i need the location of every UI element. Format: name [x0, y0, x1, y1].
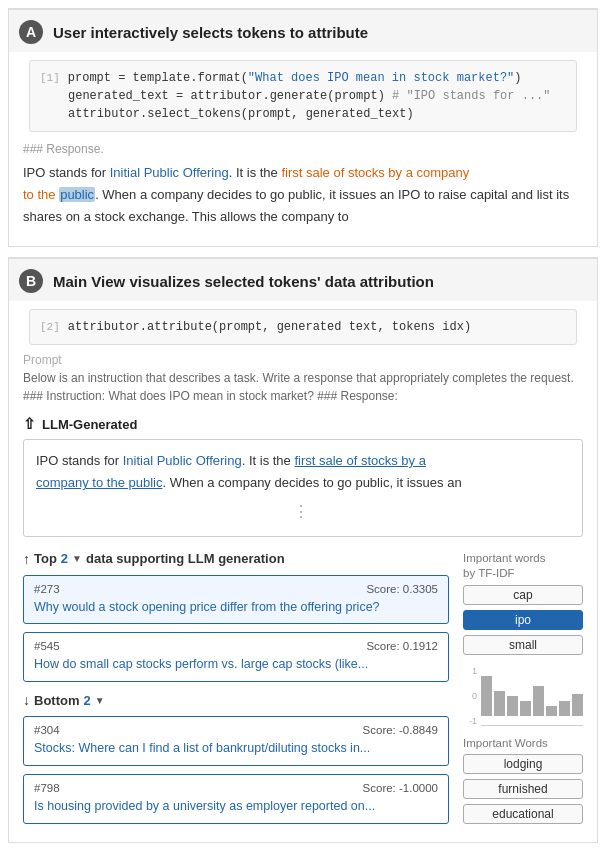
card-304-id: #304 [34, 724, 60, 736]
top-header: ↑ Top 2 ▼ data supporting LLM generation [23, 551, 449, 567]
bar-1 [481, 676, 492, 716]
code-line1-pre: prompt = template.format( [68, 71, 248, 85]
card-304-text: Stocks: Where can I find a list of bankr… [34, 739, 438, 758]
gen-mid1: . It is the [229, 165, 282, 180]
card-273-id: #273 [34, 583, 60, 595]
code-block-1: [1]prompt = template.format("What does I… [29, 60, 577, 132]
data-card-304[interactable]: #304 Score: -0.8849 Stocks: Where can I … [23, 716, 449, 766]
bottom-header: ↓ Bottom 2 ▼ [23, 692, 449, 708]
bar-chart-labels: 1 0 -1 [463, 666, 477, 726]
part-b-content: Prompt Below is an instruction that desc… [9, 345, 597, 841]
gen-link1[interactable]: Initial Public Offering [110, 165, 229, 180]
code-b-text: attributor.attribute(prompt, generated t… [68, 320, 471, 334]
bar-6 [546, 706, 557, 716]
bar-5 [533, 686, 544, 716]
bar-chart-bars [481, 666, 583, 716]
code-line2-pre: generated_text = attributor.generate(pro… [68, 89, 392, 103]
ellipsis: ⋮ [36, 498, 570, 525]
data-card-273-header: #273 Score: 0.3305 [34, 583, 438, 595]
prompt-text: Below is an instruction that describes a… [23, 369, 583, 405]
bottom-dropdown-icon[interactable]: ▼ [95, 695, 105, 706]
top-arrow-icon: ↑ [23, 551, 30, 567]
gen-b-before: IPO stands for [36, 453, 123, 468]
gen-b-mid1: . It is the [242, 453, 295, 468]
data-card-273[interactable]: #273 Score: 0.3305 Why would a stock ope… [23, 575, 449, 625]
generated-text-a: IPO stands for Initial Public Offering. … [23, 162, 583, 228]
line-num-2: [2] [40, 321, 60, 333]
data-card-798[interactable]: #798 Score: -1.0000 Is housing provided … [23, 774, 449, 824]
section-b: B Main View visualizes selected tokens' … [8, 257, 598, 842]
section-b-letter: B [19, 269, 43, 293]
data-card-545[interactable]: #545 Score: 0.1912 How do small cap stoc… [23, 632, 449, 682]
response-label: ### Response. [23, 142, 583, 156]
tag-furnished[interactable]: furnished [463, 779, 583, 799]
bottom-num: 2 [84, 693, 91, 708]
bottom-label: Bottom [34, 693, 80, 708]
tag-cap[interactable]: cap [463, 585, 583, 605]
card-273-text: Why would a stock opening price differ f… [34, 598, 438, 617]
card-545-text: How do small cap stocks perform vs. larg… [34, 655, 438, 674]
bar-8 [572, 694, 583, 716]
code-block-2: [2]attributor.attribute(prompt, generate… [29, 309, 577, 345]
card-798-id: #798 [34, 782, 60, 794]
section-a: A User interactively selects tokens to a… [8, 8, 598, 247]
attribution-row: ↑ Top 2 ▼ data supporting LLM generation… [23, 551, 583, 832]
card-304-score: Score: -0.8849 [363, 724, 438, 736]
code-line3: attributor.select_tokens(prompt, generat… [68, 107, 414, 121]
llm-generated-header: ⇧ LLM-Generated [23, 415, 583, 433]
bar-4 [520, 701, 531, 716]
top-dropdown-icon[interactable]: ▼ [72, 553, 82, 564]
data-card-304-header: #304 Score: -0.8849 [34, 724, 438, 736]
attribution-left: ↑ Top 2 ▼ data supporting LLM generation… [23, 551, 449, 832]
gen-b-underline2: company to the public [36, 475, 162, 490]
data-card-545-header: #545 Score: 0.1912 [34, 640, 438, 652]
generated-box: IPO stands for Initial Public Offering. … [23, 439, 583, 536]
code-line1-str: "What does IPO mean in stock market?" [248, 71, 514, 85]
code-line2-comment: # "IPO stands for ..." [392, 89, 550, 103]
bar-2 [494, 691, 505, 716]
gen-orange2: to the [23, 187, 56, 202]
line-num-1: [1] [40, 72, 60, 84]
card-798-text: Is housing provided by a university as e… [34, 797, 438, 816]
bar-zero-line [481, 725, 583, 726]
bar-7 [559, 701, 570, 716]
bar-3 [507, 696, 518, 716]
gen-b-after: . When a company decides to go public, i… [162, 475, 461, 490]
card-545-id: #545 [34, 640, 60, 652]
gen-b-link1[interactable]: Initial Public Offering [123, 453, 242, 468]
tag-small[interactable]: small [463, 635, 583, 655]
gen-highlighted[interactable]: public [59, 187, 95, 202]
sidebar-bottom-title: Important Words [463, 736, 583, 751]
bar-chart-area [481, 666, 583, 726]
card-545-score: Score: 0.1912 [366, 640, 438, 652]
card-798-score: Score: -1.0000 [363, 782, 438, 794]
section-a-header: A User interactively selects tokens to a… [9, 9, 597, 52]
gen-b-underline1: first sale of stocks by a [294, 453, 426, 468]
tag-ipo[interactable]: ipo [463, 610, 583, 630]
card-273-score: Score: 0.3305 [366, 583, 438, 595]
llm-header-label: LLM-Generated [42, 417, 137, 432]
section-b-title: Main View visualizes selected tokens' da… [53, 273, 434, 290]
bar-chart-top: 1 0 -1 [463, 666, 583, 726]
section-a-letter: A [19, 20, 43, 44]
tag-lodging[interactable]: lodging [463, 754, 583, 774]
part-a-content: ### Response. IPO stands for Initial Pub… [9, 132, 597, 246]
gen-after: . When a company decides to go public, i… [23, 187, 569, 224]
top-num: 2 [61, 551, 68, 566]
prompt-label: Prompt [23, 353, 583, 367]
bottom-arrow-icon: ↓ [23, 692, 30, 708]
code-line1-post: ) [514, 71, 521, 85]
tag-educational[interactable]: educational [463, 804, 583, 824]
section-b-header: B Main View visualizes selected tokens' … [9, 258, 597, 301]
data-card-798-header: #798 Score: -1.0000 [34, 782, 438, 794]
sidebar-top-title: Important words by TF-IDF [463, 551, 583, 581]
llm-icon: ⇧ [23, 415, 36, 433]
attribution-right: Important words by TF-IDF cap ipo small … [463, 551, 583, 832]
gen-before: IPO stands for [23, 165, 110, 180]
gen-orange1: first sale of stocks by a company [281, 165, 469, 180]
top-desc: data supporting LLM generation [86, 551, 285, 566]
section-a-title: User interactively selects tokens to att… [53, 24, 368, 41]
top-label: Top [34, 551, 57, 566]
